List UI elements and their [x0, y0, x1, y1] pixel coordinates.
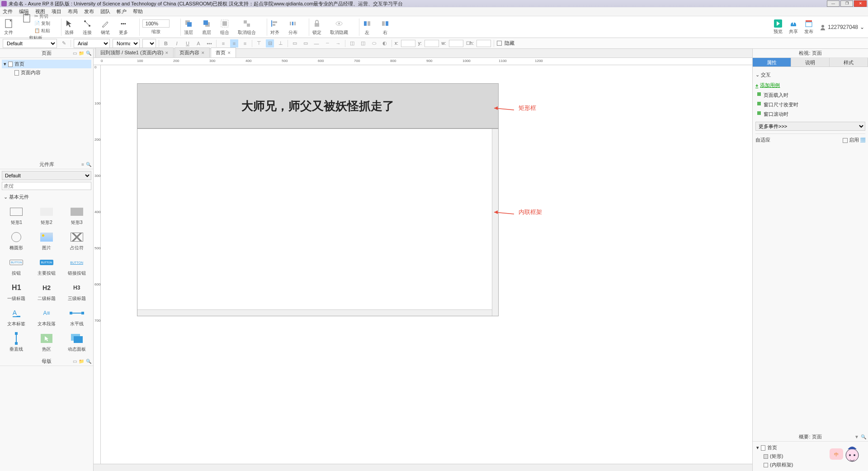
hide-checkbox[interactable] — [497, 41, 502, 46]
adaptive-settings-icon[interactable]: ▦ — [860, 137, 865, 143]
copy-button[interactable]: 📄 复制 — [34, 20, 50, 27]
tool-ungroup[interactable]: 取消组合 — [238, 19, 256, 36]
widget-text-label[interactable]: A_文本标签 — [2, 305, 31, 330]
close-icon[interactable]: ✕ — [165, 51, 169, 55]
share-button[interactable]: 共享 — [789, 19, 798, 35]
widget-placeholder[interactable]: 占位符 — [62, 229, 91, 254]
canvas-scrollbar-h[interactable] — [94, 464, 752, 471]
outline-search-icon[interactable]: 🔍 — [861, 434, 866, 439]
y-input[interactable] — [425, 40, 439, 47]
master-folder-icon[interactable]: 📁 — [79, 359, 84, 364]
arrow-button[interactable]: → — [334, 39, 342, 48]
text-color-button[interactable]: A — [194, 39, 203, 48]
iframe-scrollbar-h[interactable] — [137, 309, 492, 316]
tool-file[interactable]: 文件 — [4, 19, 14, 36]
size-select[interactable]: 13 — [142, 39, 156, 48]
line-color-button[interactable]: ▭ — [302, 39, 310, 48]
italic-button[interactable]: I — [173, 39, 181, 48]
widget-rect-light[interactable]: 矩形2 — [32, 204, 61, 228]
add-page-icon[interactable]: ▭ — [73, 51, 77, 56]
tool-more[interactable]: •••更多 — [118, 19, 128, 36]
opacity-button[interactable]: ◐ — [381, 39, 389, 48]
interaction-section[interactable]: ⌄ 交互 — [755, 70, 865, 80]
tool-group-btn[interactable]: 组合 — [220, 19, 230, 36]
widget-h2[interactable]: H2二级标题 — [32, 280, 61, 304]
widget-button-primary[interactable]: BUTTON主要按钮 — [32, 255, 61, 279]
more-events-select[interactable]: 更多事件>>> — [755, 122, 865, 131]
menu-publish[interactable]: 发布 — [84, 8, 94, 15]
enable-adaptive-checkbox[interactable] — [843, 138, 848, 143]
restore-button[interactable]: ❐ — [840, 0, 853, 7]
canvas-rectangle-widget[interactable]: 大师兄，师父又被妖怪抓走了 — [137, 83, 499, 128]
tool-unhide[interactable]: 取消隐藏 — [330, 19, 348, 36]
minimize-button[interactable]: — — [827, 0, 840, 7]
outline-filter-icon[interactable]: ▼ — [854, 434, 859, 439]
canvas-iframe-widget[interactable] — [137, 128, 499, 316]
tool-lock[interactable]: 锁定 — [312, 19, 322, 36]
w-input[interactable] — [449, 40, 463, 47]
event-window-scroll[interactable]: 窗口滚动时 — [755, 109, 865, 119]
add-folder-icon[interactable]: 📁 — [79, 51, 84, 56]
tool-align[interactable]: 对齐 — [270, 19, 280, 36]
master-search-icon[interactable]: 🔍 — [86, 359, 91, 364]
inner-shadow-button[interactable]: ◫ — [359, 39, 367, 48]
publish-button[interactable]: 发布 — [804, 19, 813, 35]
menu-layout[interactable]: 布局 — [68, 8, 78, 15]
x-input[interactable] — [401, 40, 415, 47]
cut-button[interactable]: ✂ 剪切 — [34, 13, 50, 19]
fill-button[interactable]: ▭ — [291, 39, 299, 48]
expand-icon[interactable]: ▾ — [4, 61, 6, 67]
canvas-tab[interactable]: 首页✕ — [211, 48, 236, 57]
canvas-tab[interactable]: 回到顶部 / State1 (页面内容)✕ — [95, 48, 174, 57]
menu-file[interactable]: 文件 — [3, 8, 13, 15]
eyedropper-icon[interactable]: ✎ — [60, 39, 68, 48]
canvas-tab[interactable]: 页面内容✕ — [175, 48, 210, 57]
tool-connect[interactable]: 连接 — [82, 19, 92, 36]
widget-hline[interactable]: 水平线 — [62, 305, 91, 330]
tool-align-left[interactable]: 左 — [362, 19, 372, 36]
user-menu[interactable]: 1227927048 ⌄ — [820, 24, 864, 30]
underline-button[interactable]: U — [184, 39, 192, 48]
outer-shadow-button[interactable]: ◫ — [348, 39, 356, 48]
line-style-button[interactable]: ┈ — [323, 39, 331, 48]
tool-align-right[interactable]: 右 — [380, 19, 390, 36]
library-section-title[interactable]: ⌄ 基本元件 — [0, 192, 93, 202]
library-search-input[interactable] — [2, 182, 91, 190]
event-page-load[interactable]: 页面载入时 — [755, 90, 865, 100]
widget-h1[interactable]: H1一级标题 — [2, 280, 31, 304]
inspector-tab-notes[interactable]: 说明 — [791, 58, 830, 67]
menu-account[interactable]: 帐户 — [117, 8, 127, 15]
menu-team[interactable]: 团队 — [100, 8, 110, 15]
widget-dpanel[interactable]: 动态面板 — [62, 331, 91, 355]
tool-distribute[interactable]: 分布 — [288, 19, 298, 36]
inspector-tab-style[interactable]: 样式 — [830, 58, 868, 67]
inspector-tab-properties[interactable]: 属性 — [753, 58, 791, 67]
align-left-button[interactable]: ≡ — [219, 39, 227, 48]
align-center-button[interactable]: ≡ — [230, 39, 238, 48]
widget-button-link[interactable]: BUTTON链接按钮 — [62, 255, 91, 279]
valign-bot-button[interactable]: ⊥ — [277, 39, 285, 48]
tool-back[interactable]: 底层 — [202, 19, 212, 36]
widget-rect-outline[interactable]: 矩形1 — [2, 204, 31, 228]
font-select[interactable]: Arial — [74, 39, 110, 48]
add-master-icon[interactable]: ▭ — [73, 359, 77, 364]
library-select[interactable]: Default — [2, 171, 91, 180]
canvas-scroll[interactable]: 大师兄，师父又被妖怪抓走了 矩形框 内联框架 — [101, 65, 752, 464]
tool-select[interactable]: 选择 — [64, 19, 74, 36]
event-window-resize[interactable]: 窗口尺寸改变时 — [755, 100, 865, 109]
page-tree-item[interactable]: ▾ 首页 — [2, 60, 91, 68]
menu-project[interactable]: 项目 — [52, 8, 61, 15]
widget-vline[interactable]: 垂直线 — [2, 331, 31, 355]
library-search-icon[interactable]: 🔍 — [86, 162, 91, 167]
widget-hotspot[interactable]: 热区 — [32, 331, 61, 355]
iframe-scrollbar-v[interactable] — [492, 129, 498, 316]
widget-button[interactable]: BUTTON按钮 — [2, 255, 31, 279]
page-tree-item[interactable]: 页面内容 — [2, 68, 91, 77]
tool-zoom[interactable]: 100%缩放 — [142, 19, 170, 35]
style-preset-select[interactable]: Default — [3, 39, 57, 48]
tool-pen[interactable]: 钢笔 — [100, 19, 110, 36]
text-more-button[interactable]: ••• — [205, 39, 213, 48]
menu-help[interactable]: 帮助 — [133, 8, 143, 15]
bold-button[interactable]: B — [162, 39, 170, 48]
widget-image[interactable]: 图片 — [32, 229, 61, 254]
